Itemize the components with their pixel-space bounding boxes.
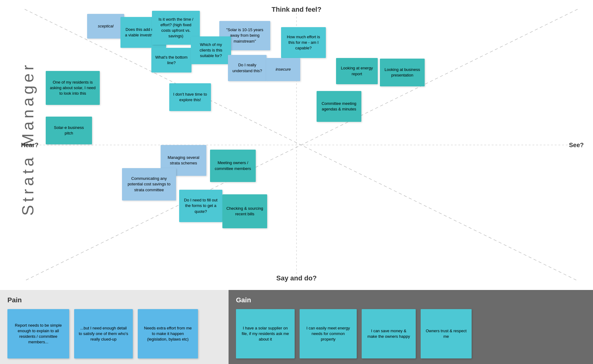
gain-section: Gain I have a solar supplier on file, if…: [229, 290, 593, 364]
see-label: See?: [569, 142, 584, 149]
note-committee-meeting[interactable]: Committee meeting agendas & minutes: [317, 91, 361, 122]
note-dont-have-time[interactable]: I don't have time to explore this!: [169, 83, 211, 111]
pain-notes: Report needs to be simple enough to expl…: [7, 309, 221, 358]
note-meeting-owners[interactable]: Meeting owners / committee members: [210, 150, 256, 182]
note-do-i-understand[interactable]: Do I really understand this?: [228, 55, 267, 81]
pain-title: Pain: [7, 296, 221, 304]
note-sceptical[interactable]: sceptical: [87, 14, 124, 39]
note-which-clients[interactable]: Which of my clients is this suitable for…: [191, 36, 231, 64]
note-communicating-savings[interactable]: Communicating any potential cost savings…: [122, 168, 176, 201]
main-diagram: Strata Manager Think and feel? Say and d…: [0, 0, 593, 290]
think-feel-label: Think and feel?: [271, 6, 321, 14]
note-how-much-effort[interactable]: How much effort is this for me - am I ca…: [281, 27, 326, 58]
pain-note-3[interactable]: Needs extra effort from me to make it ha…: [138, 309, 198, 358]
hear-label: Hear?: [21, 142, 39, 149]
note-insecure[interactable]: insecure: [266, 58, 300, 81]
pain-note-1[interactable]: Report needs to be simple enough to expl…: [7, 309, 69, 358]
note-checking-sourcing[interactable]: Checking & sourcing recent bills: [222, 194, 267, 228]
note-one-resident[interactable]: One of my residents is asking about sola…: [46, 71, 100, 105]
bottom-section: Pain Report needs to be simple enough to…: [0, 290, 593, 364]
note-whats-bottom[interactable]: What's the bottom line?: [151, 48, 191, 72]
gain-note-4[interactable]: Owners trust & respect me: [421, 309, 472, 358]
strata-manager-label: Strata Manager: [19, 15, 37, 262]
note-solar-business[interactable]: Solar-e business pitch: [46, 117, 92, 144]
pain-section: Pain Report needs to be simple enough to…: [0, 290, 229, 364]
pain-note-2[interactable]: ...but I need enough detail to satisfy o…: [74, 309, 133, 358]
gain-note-2[interactable]: I can easily meet energy needs for commo…: [300, 309, 357, 358]
note-looking-energy[interactable]: Looking at energy report: [336, 58, 378, 84]
note-fill-out-forms[interactable]: Do I need to fill out the forms to get a…: [179, 190, 222, 222]
gain-title: Gain: [236, 296, 586, 304]
say-do-label: Say and do?: [276, 274, 317, 282]
gain-note-3[interactable]: I can save money & make the owners happy: [362, 309, 416, 358]
gain-note-1[interactable]: I have a solar supplier on file, if my r…: [236, 309, 295, 358]
note-looking-business[interactable]: Looking at business presentation: [380, 59, 425, 86]
gain-notes: I have a solar supplier on file, if my r…: [236, 309, 586, 358]
